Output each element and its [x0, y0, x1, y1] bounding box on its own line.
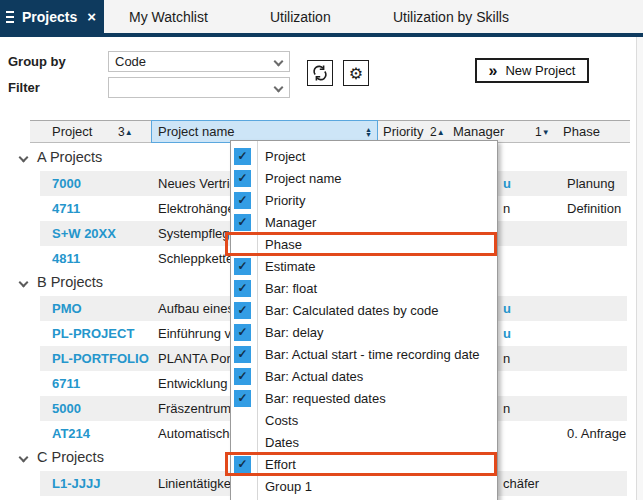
phase-value: 0. Anfrage: [567, 426, 626, 441]
menu-item[interactable]: ✓Priority: [231, 189, 497, 211]
menu-item[interactable]: ✓Effort: [231, 453, 497, 475]
chevron-down-icon[interactable]: [19, 153, 29, 163]
manager-name-fragment: n: [503, 201, 510, 216]
project-code-link[interactable]: PL-PORTFOLIO: [52, 351, 149, 366]
project-name: Linientätigkeit: [158, 476, 238, 491]
sort-indicator-priority: 2▲: [430, 125, 445, 139]
menu-item-label: Estimate: [265, 259, 316, 274]
refresh-icon: [311, 64, 329, 82]
checkbox-unchecked: [234, 236, 251, 253]
chevron-down-icon: [274, 57, 284, 67]
menu-item[interactable]: ✓Bar: delay: [231, 321, 497, 343]
phase-value: Planung: [567, 176, 615, 191]
group-by-label: Group by: [8, 54, 66, 69]
column-header-project[interactable]: Project: [52, 124, 92, 139]
column-chooser-menu: ✓Project✓Project name✓Priority✓ManagerPh…: [230, 140, 498, 500]
menu-item-label: Bar: Calculated dates by code: [265, 303, 438, 318]
filter-label: Filter: [8, 80, 40, 95]
menu-item-label: Bar: Actual start - time recording date: [265, 347, 480, 362]
group-by-select[interactable]: Code: [108, 51, 290, 72]
tab-my-watchlist[interactable]: My Watchlist: [129, 0, 208, 33]
menu-item[interactable]: ✓Bar: requested dates: [231, 387, 497, 409]
menu-item[interactable]: Phase: [231, 233, 497, 255]
menu-item[interactable]: Costs: [231, 409, 497, 431]
checkbox-checked-icon: ✓: [234, 346, 251, 363]
group-label: A Projects: [37, 149, 102, 165]
menu-item-label: Manager: [265, 215, 316, 230]
group-label: C Projects: [37, 449, 104, 465]
project-name: Entwicklung B: [158, 376, 240, 391]
checkbox-checked-icon: ✓: [234, 302, 251, 319]
menu-item-label: Priority: [265, 193, 305, 208]
menu-item[interactable]: ✓Bar: Calculated dates by code: [231, 299, 497, 321]
project-code-link[interactable]: L1-JJJJ: [52, 476, 100, 491]
menu-item-label: Costs: [265, 413, 298, 428]
manager-name-fragment: chäfer: [503, 476, 539, 491]
project-code-link[interactable]: 5000: [52, 401, 81, 416]
manager-name-fragment: u: [503, 176, 511, 191]
checkbox-checked-icon: ✓: [234, 148, 251, 165]
project-name: Schleppketten: [158, 251, 240, 266]
vertical-scrollbar[interactable]: [636, 37, 643, 500]
checkbox-unchecked: [234, 434, 251, 451]
project-code-link[interactable]: 6711: [52, 376, 80, 391]
menu-item[interactable]: ✓Bar: Actual start - time recording date: [231, 343, 497, 365]
menu-item[interactable]: ✓Manager: [231, 211, 497, 233]
chevron-down-icon[interactable]: [19, 453, 29, 463]
project-code-link[interactable]: 4711: [52, 201, 80, 216]
column-header-priority[interactable]: Priority: [383, 124, 423, 139]
menu-item-label: Phase: [265, 237, 302, 252]
menu-item[interactable]: Dates: [231, 431, 497, 453]
manager-name-fragment: n: [503, 351, 510, 366]
menu-item[interactable]: ✓Project: [231, 145, 497, 167]
menu-item[interactable]: ✓Bar: Actual dates: [231, 365, 497, 387]
tab-bar: Projects × My Watchlist Utilization Util…: [0, 0, 643, 37]
checkbox-checked-icon: ✓: [234, 280, 251, 297]
settings-button[interactable]: ⚙: [343, 60, 369, 86]
project-code-link[interactable]: 7000: [52, 176, 81, 191]
chevron-down-icon[interactable]: [19, 278, 29, 288]
tab-projects-label: Projects: [22, 9, 77, 25]
checkbox-checked-icon: ✓: [234, 170, 251, 187]
menu-item-label: Group 1: [265, 479, 312, 494]
sort-updown-icon: ▲▼: [365, 127, 372, 137]
project-code-link[interactable]: PMO: [52, 301, 82, 316]
tab-utilization-by-skills[interactable]: Utilization by Skills: [393, 0, 509, 33]
checkbox-checked-icon: ✓: [234, 456, 251, 473]
gear-icon: ⚙: [349, 64, 363, 83]
chevron-down-icon: [274, 83, 284, 93]
new-project-button[interactable]: » New Project: [475, 58, 589, 83]
project-code-link[interactable]: AT214: [52, 426, 90, 441]
tab-projects[interactable]: Projects ×: [0, 0, 104, 37]
project-code-link[interactable]: PL-PROJECT: [52, 326, 134, 341]
project-name: Systempflege: [158, 226, 237, 241]
filter-select[interactable]: [108, 77, 290, 98]
manager-name-fragment: n: [503, 401, 510, 416]
manager-name-fragment: u: [503, 326, 511, 341]
refresh-button[interactable]: [307, 60, 333, 86]
group-by-value: Code: [115, 54, 146, 69]
close-tab-icon[interactable]: ×: [87, 10, 96, 24]
checkbox-checked-icon: ✓: [234, 258, 251, 275]
checkbox-unchecked: [234, 412, 251, 429]
column-header-manager[interactable]: Manager: [453, 124, 504, 139]
hamburger-menu-icon[interactable]: [6, 11, 14, 23]
menu-item[interactable]: Group 1: [231, 475, 497, 497]
tab-utilization[interactable]: Utilization: [270, 0, 331, 33]
project-code-link[interactable]: S+W 20XX: [52, 226, 116, 241]
checkbox-checked-icon: ✓: [234, 368, 251, 385]
menu-item-label: Bar: Actual dates: [265, 369, 363, 384]
phase-value: Definition: [567, 201, 621, 216]
sort-indicator-project: 3▲: [118, 125, 133, 139]
project-code-link[interactable]: 4811: [52, 251, 80, 266]
double-chevron-icon: »: [489, 64, 498, 78]
column-header-phase[interactable]: Phase: [563, 124, 600, 139]
app-window: Projects × My Watchlist Utilization Util…: [0, 0, 643, 500]
menu-item-label: Dates: [265, 435, 299, 450]
menu-item[interactable]: ✓Estimate: [231, 255, 497, 277]
menu-item[interactable]: ✓Bar: float: [231, 277, 497, 299]
checkbox-checked-icon: ✓: [234, 214, 251, 231]
menu-item-label: Project name: [265, 171, 342, 186]
new-project-label: New Project: [505, 63, 575, 78]
menu-item[interactable]: ✓Project name: [231, 167, 497, 189]
